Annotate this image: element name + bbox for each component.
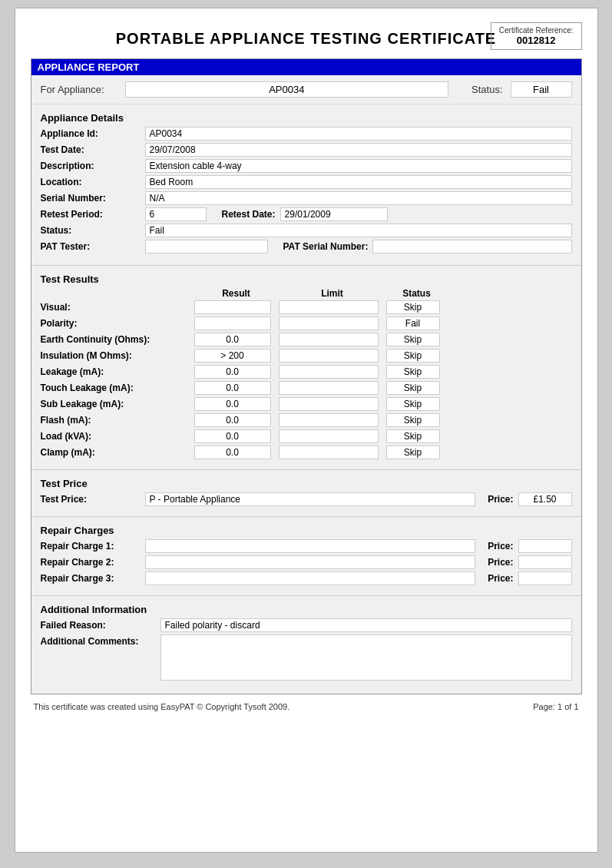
tr-row-status-6: Skip	[386, 397, 440, 411]
for-appliance-value: AP0034	[125, 81, 449, 98]
test-results-header: Result Limit Status	[41, 288, 572, 299]
tr-row-label-7: Flash (mA):	[41, 415, 194, 426]
retest-period-label: Retest Period:	[41, 209, 141, 220]
tr-row-limit-3	[279, 349, 379, 363]
detail-label-serial: Serial Number:	[41, 193, 141, 204]
tr-row-result-3: > 200	[194, 349, 271, 363]
tr-row-label-2: Earth Continuity (Ohms):	[41, 334, 194, 345]
detail-row-location: Location: Bed Room	[41, 175, 572, 189]
test-price-section: Test Price Test Price: P - Portable Appl…	[31, 475, 581, 512]
divider-3	[31, 516, 581, 517]
tr-row-result-5: 0.0	[194, 381, 271, 395]
tr-header-limit: Limit	[279, 288, 386, 299]
main-section: APPLIANCE REPORT For Appliance: AP0034 S…	[31, 58, 582, 694]
repair-label-0: Repair Charge 1:	[41, 541, 141, 552]
cert-ref-number: 0012812	[499, 35, 574, 46]
test-result-row: Insulation (M Ohms): > 200 Skip	[41, 349, 572, 363]
test-result-row: Earth Continuity (Ohms): 0.0 Skip	[41, 333, 572, 346]
tr-row-label-9: Clamp (mA):	[41, 447, 194, 458]
test-result-row: Sub Leakage (mA): 0.0 Skip	[41, 397, 572, 411]
tr-row-limit-9	[279, 446, 379, 459]
appliance-id-row: For Appliance: AP0034 Status: Fail	[31, 75, 581, 104]
repair-charge-row: Repair Charge 1: Price:	[41, 539, 572, 553]
tr-row-label-1: Polarity:	[41, 318, 194, 329]
test-price-value: P - Portable Appliance	[145, 492, 476, 506]
retest-period-value: 6	[145, 207, 207, 221]
repair-price-label-2: Price:	[488, 573, 513, 584]
tr-row-status-9: Skip	[386, 446, 440, 459]
repair-price-label-1: Price:	[488, 557, 513, 568]
tr-row-result-6: 0.0	[194, 397, 271, 411]
test-result-row: Leakage (mA): 0.0 Skip	[41, 365, 572, 379]
cert-ref-box: Certificate Reference: 0012812	[491, 22, 582, 50]
repair-val-0	[145, 539, 476, 553]
repair-charges-title: Repair Charges	[41, 525, 572, 536]
detail-label-appliance-id: Appliance Id:	[41, 128, 141, 139]
footer: This certificate was created using EasyP…	[31, 702, 582, 711]
pat-serial-value	[372, 240, 571, 253]
divider-2	[31, 469, 581, 470]
pat-tester-label: PAT Tester:	[41, 241, 141, 252]
detail-label-location: Location:	[41, 177, 141, 187]
failed-reason-value: Failed polarity - discard	[160, 618, 572, 632]
repair-price-val-0	[518, 539, 572, 553]
detail-value-location: Bed Room	[145, 175, 572, 189]
tr-row-status-8: Skip	[386, 429, 440, 443]
failed-reason-label: Failed Reason:	[41, 620, 156, 631]
repair-charge-row: Repair Charge 2: Price:	[41, 555, 572, 569]
divider-1	[31, 265, 581, 266]
detail-value-serial: N/A	[145, 191, 572, 205]
appliance-details-title: Appliance Details	[41, 112, 572, 124]
tr-header-status: Status	[386, 288, 448, 299]
repair-label-2: Repair Charge 3:	[41, 573, 141, 584]
repair-price-label-0: Price:	[488, 541, 513, 552]
tr-row-label-3: Insulation (M Ohms):	[41, 350, 194, 361]
test-rows-container: Visual: Skip Polarity: Fail Earth Contin…	[41, 300, 572, 459]
repair-rows-container: Repair Charge 1: Price: Repair Charge 2:…	[41, 539, 572, 585]
footer-right: Page: 1 of 1	[533, 702, 578, 711]
cert-ref-label: Certificate Reference:	[499, 26, 574, 35]
tr-row-result-2: 0.0	[194, 333, 271, 346]
tr-row-status-1: Fail	[386, 316, 440, 330]
tr-row-status-5: Skip	[386, 381, 440, 395]
tr-row-limit-6	[279, 397, 379, 411]
tr-row-result-8: 0.0	[194, 429, 271, 443]
tr-row-status-2: Skip	[386, 333, 440, 346]
repair-val-1	[145, 555, 476, 569]
tr-row-status-4: Skip	[386, 365, 440, 379]
tr-row-result-7: 0.0	[194, 413, 271, 427]
tr-row-label-8: Load (kVA):	[41, 431, 194, 442]
tr-row-label-4: Leakage (mA):	[41, 366, 194, 377]
appliance-status-value: Fail	[511, 81, 572, 98]
pat-row: PAT Tester: PAT Serial Number:	[41, 240, 572, 253]
repair-price-val-2	[518, 571, 572, 585]
test-price-amt-label: Price:	[488, 494, 513, 505]
tr-row-label-6: Sub Leakage (mA):	[41, 399, 194, 409]
detail-label-test-date: Test Date:	[41, 144, 141, 155]
detail-row-status: Status: Fail	[41, 224, 572, 237]
repair-price-val-1	[518, 555, 572, 569]
appliance-details-section: Appliance Details Appliance Id: AP0034 T…	[31, 104, 581, 260]
retest-date-label: Retest Date:	[222, 209, 276, 220]
divider-4	[31, 595, 581, 596]
retest-row: Retest Period: 6 Retest Date: 29/01/2009	[41, 207, 572, 221]
failed-reason-row: Failed Reason: Failed polarity - discard	[41, 618, 572, 632]
tr-row-result-9: 0.0	[194, 446, 271, 459]
tr-header-result: Result	[194, 288, 279, 299]
test-results-title: Test Results	[41, 273, 572, 285]
tr-row-result-0	[194, 300, 271, 314]
detail-value-description: Extension cable 4-way	[145, 159, 572, 173]
additional-comments-label: Additional Comments:	[41, 636, 156, 647]
detail-value-appliance-id: AP0034	[145, 127, 572, 141]
additional-info-title: Additional Information	[41, 604, 572, 615]
test-result-row: Touch Leakage (mA): 0.0 Skip	[41, 381, 572, 395]
test-results-section: Test Results Result Limit Status Visual:…	[31, 270, 581, 465]
test-price-label: Test Price:	[41, 494, 141, 505]
tr-row-limit-1	[279, 316, 379, 330]
detail-row-description: Description: Extension cable 4-way	[41, 159, 572, 173]
repair-charge-row: Repair Charge 3: Price:	[41, 571, 572, 585]
detail-row-serial: Serial Number: N/A	[41, 191, 572, 205]
repair-label-1: Repair Charge 2:	[41, 557, 141, 568]
detail-label-status: Status:	[41, 225, 141, 236]
tr-row-status-3: Skip	[386, 349, 440, 363]
